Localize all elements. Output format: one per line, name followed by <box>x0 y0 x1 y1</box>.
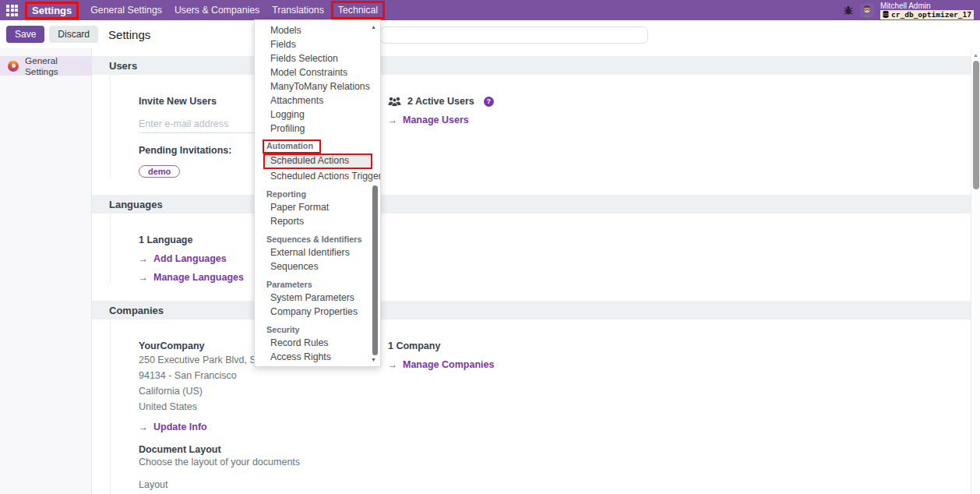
help-icon[interactable]: ? <box>484 97 494 107</box>
companies-section: YourCompany 250 Executive Park Blvd, Sui… <box>92 319 971 494</box>
save-button[interactable]: Save <box>6 26 44 43</box>
menu-item-reports[interactable]: Reports <box>255 214 380 228</box>
menu-item-access-rights[interactable]: Access Rights <box>255 350 380 364</box>
menu-item-profiling[interactable]: Profiling <box>255 122 380 136</box>
menu-item-fields[interactable]: Fields <box>255 37 380 51</box>
topbar-menus: General Settings Users & Companies Trans… <box>85 1 386 19</box>
menu-item-scheduled-actions[interactable]: Scheduled Actions <box>263 153 372 169</box>
dropdown-scroll-up-icon[interactable]: ▲ <box>371 24 376 30</box>
breadcrumb-title: Settings <box>108 28 150 41</box>
menu-group-security: Security <box>255 323 380 336</box>
menu-item-model-constraints[interactable]: Model Constraints <box>255 65 380 79</box>
arrow-icon: → <box>139 422 148 432</box>
apps-grid-icon[interactable] <box>6 5 18 16</box>
layout-label: Layout <box>139 479 971 490</box>
menu-group-automation: Automation <box>263 139 321 153</box>
dropdown-scrollbar-thumb[interactable] <box>372 185 378 355</box>
menu-item-logging[interactable]: Logging <box>255 108 380 122</box>
menu-item-paper-format[interactable]: Paper Format <box>255 200 380 214</box>
database-name: cr_db_optimizer_17 <box>891 10 971 19</box>
active-users-count: 2 Active Users <box>407 96 474 107</box>
technical-dropdown-menu: Models Fields Fields Selection Model Con… <box>254 19 381 367</box>
settings-sidebar: General Settings <box>0 48 92 494</box>
menu-translations[interactable]: Translations <box>266 3 330 17</box>
company-address-line: California (US) <box>139 385 388 398</box>
menu-item-record-rules[interactable]: Record Rules <box>255 336 380 350</box>
manage-users-link[interactable]: → Manage Users <box>388 115 494 125</box>
menu-group-sequences-identifiers: Sequences & Identifiers <box>255 233 380 245</box>
settings-search-input[interactable] <box>380 26 648 44</box>
document-layout-title: Document Layout <box>139 444 971 455</box>
menu-technical[interactable]: Technical <box>331 1 385 19</box>
dropdown-scroll-down-icon[interactable]: ▼ <box>371 357 376 362</box>
menu-item-external-identifiers[interactable]: External Identifiers <box>255 245 380 259</box>
database-icon <box>883 11 889 18</box>
user-name: Mitchell Admin <box>880 2 974 10</box>
users-section: Invite New Users Pending Invitations: de… <box>92 75 971 195</box>
menu-item-scheduled-actions-triggers[interactable]: Scheduled Actions Triggers <box>255 169 380 183</box>
menu-item-fields-selection[interactable]: Fields Selection <box>255 51 380 65</box>
settings-main: Users Invite New Users Pending Invitatio… <box>92 48 971 494</box>
user-menu[interactable]: Mitchell Admin cr_db_optimizer_17 <box>880 2 974 19</box>
company-address-line: United States <box>139 400 388 414</box>
menu-users-companies[interactable]: Users & Companies <box>169 3 265 17</box>
menu-item-models[interactable]: Models <box>255 23 380 37</box>
sidebar-item-general-settings[interactable]: General Settings <box>0 56 91 76</box>
languages-section: 1 Language → Add Languages → Manage Lang… <box>92 213 971 301</box>
debug-bug-icon[interactable] <box>843 5 854 16</box>
section-header-users: Users <box>92 56 971 75</box>
company-address-line: 94134 - San Francisco <box>139 369 388 383</box>
control-panel: Save Discard Settings <box>0 20 980 48</box>
app-name-settings[interactable]: Settings <box>25 2 79 19</box>
menu-group-reporting: Reporting <box>255 188 380 200</box>
arrow-icon: → <box>388 115 397 125</box>
topbar: Settings General Settings Users & Compan… <box>0 0 980 20</box>
arrow-icon: → <box>139 253 148 264</box>
update-info-link[interactable]: → Update Info <box>139 422 388 432</box>
menu-group-parameters: Parameters <box>255 278 380 291</box>
menu-item-system-parameters[interactable]: System Parameters <box>255 291 380 305</box>
general-settings-icon <box>8 61 19 72</box>
menu-item-company-properties[interactable]: Company Properties <box>255 305 380 319</box>
database-badge: cr_db_optimizer_17 <box>880 10 974 19</box>
menu-general-settings[interactable]: General Settings <box>85 3 167 17</box>
menu-item-manytomany-relations[interactable]: ManyToMany Relations <box>255 79 380 94</box>
topbar-right: Mitchell Admin cr_db_optimizer_17 <box>843 2 974 19</box>
workspace: Save Discard Settings General Settings U… <box>0 20 980 494</box>
discard-button[interactable]: Discard <box>49 26 98 43</box>
scrollbar-up-arrow[interactable]: ▲ <box>971 48 980 58</box>
body-area: General Settings Users Invite New Users … <box>0 48 971 494</box>
menu-item-attachments[interactable]: Attachments <box>255 94 380 108</box>
odoo-settings-screen: Settings General Settings Users & Compan… <box>0 0 980 494</box>
arrow-icon: → <box>139 272 148 283</box>
document-layout-desc: Choose the layout of your documents <box>139 457 971 468</box>
manage-companies-link[interactable]: → Manage Companies <box>388 359 494 370</box>
menu-item-sequences[interactable]: Sequences <box>255 259 380 273</box>
users-group-icon <box>388 96 401 107</box>
section-header-companies: Companies <box>92 301 971 319</box>
scrollbar-thumb[interactable] <box>973 61 979 189</box>
user-avatar[interactable] <box>860 3 874 17</box>
arrow-icon: → <box>388 359 397 370</box>
section-header-languages: Languages <box>92 195 971 213</box>
page-scrollbar[interactable]: ▲ <box>971 48 980 494</box>
company-count: 1 Company <box>388 341 494 351</box>
pending-invitation-badge[interactable]: demo <box>139 165 180 178</box>
sidebar-item-label: General Settings <box>25 55 91 77</box>
